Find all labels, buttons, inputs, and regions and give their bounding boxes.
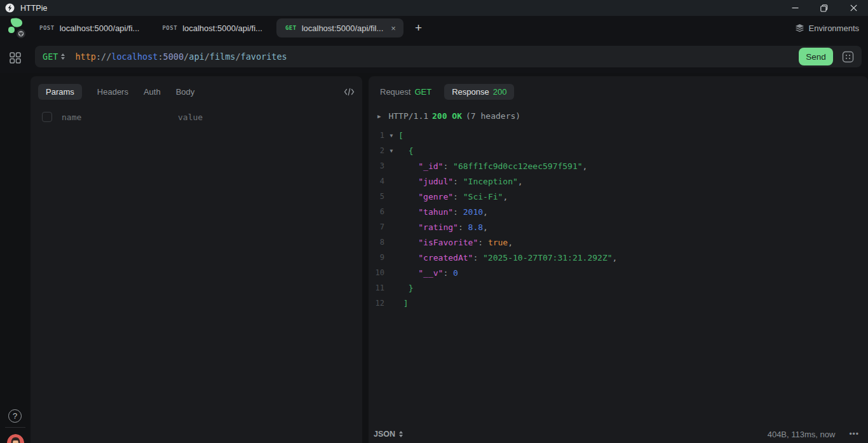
tab-title: localhost:5000/api/fi...	[182, 24, 262, 33]
token-punct: :	[443, 161, 453, 171]
token-key: "tahun"	[418, 207, 453, 217]
url-segment: 5000	[163, 51, 184, 62]
response-status-line[interactable]: ▶ HTTP/1.1 200 OK (7 headers)	[377, 111, 868, 121]
tab-body[interactable]: Body	[176, 84, 195, 100]
environments-label: Environments	[809, 24, 859, 33]
param-checkbox[interactable]	[42, 112, 52, 122]
environments-button[interactable]: Environments	[795, 24, 859, 33]
httpie-logo-icon	[6, 18, 26, 39]
code-line: 3"_id": "68ff1fc9d0cc12eec597f591",	[369, 158, 868, 174]
code-content: "__v": 0	[418, 268, 458, 278]
token-punct: :	[443, 268, 453, 278]
url-segment: favorites	[241, 51, 287, 62]
code-line: 2▼{	[369, 143, 868, 158]
tab-title: localhost:5000/api/fil...	[302, 24, 384, 33]
new-tab-icon[interactable]: +	[409, 21, 428, 35]
method-select[interactable]: GET	[43, 51, 65, 62]
token-key: "judul"	[418, 177, 453, 186]
token-key: "isFavorite"	[418, 238, 478, 247]
maximize-icon[interactable]	[810, 0, 839, 16]
token-bracket: }	[409, 283, 414, 293]
tab-headers[interactable]: Headers	[97, 84, 128, 100]
line-number: 2	[369, 146, 384, 155]
tab-close-icon[interactable]: ×	[391, 24, 396, 32]
code-content: "_id": "68ff1fc9d0cc12eec597f591",	[418, 161, 587, 171]
line-number: 3	[369, 161, 384, 170]
url-input[interactable]: GET http://localhost:5000/api/films/favo…	[35, 46, 862, 67]
code-line: 9"createdAt": "2025-10-27T07:31:21.292Z"…	[369, 250, 868, 265]
token-string: "Inception"	[463, 177, 518, 186]
code-line: 6"tahun": 2010,	[369, 204, 868, 219]
response-tab-status: 200	[493, 87, 507, 97]
token-punct: :	[453, 192, 463, 201]
request-tab-method: GET	[414, 87, 431, 97]
token-string: "Sci-Fi"	[463, 192, 503, 201]
tab-title: localhost:5000/api/fi...	[60, 24, 140, 33]
collapse-caret-icon[interactable]: ▼	[384, 133, 398, 139]
help-icon[interactable]: ?	[8, 409, 22, 423]
token-bracket: {	[409, 146, 414, 156]
collapse-caret-icon[interactable]: ▼	[384, 148, 398, 154]
response-tab-label: Response	[452, 87, 489, 97]
url-segment: /	[235, 51, 240, 62]
code-content: "genre": "Sci-Fi",	[418, 192, 508, 201]
app-logo-icon	[5, 3, 15, 13]
request-tab[interactable]: POSTlocalhost:5000/api/fi...	[153, 18, 271, 37]
tab-response[interactable]: Response 200	[444, 84, 514, 100]
code-snippet-icon[interactable]	[842, 51, 854, 63]
token-bracket: [	[398, 131, 403, 140]
token-punct: ,	[583, 161, 588, 171]
window-title: HTTPie	[20, 4, 47, 13]
status-headers-note: (7 headers)	[466, 111, 520, 121]
code-toggle-icon[interactable]	[344, 88, 355, 96]
left-rail: ?	[0, 73, 31, 443]
request-panel: ParamsHeadersAuthBody	[31, 76, 362, 443]
line-number: 12	[369, 299, 384, 308]
param-row	[42, 112, 355, 122]
url-segment: localhost	[111, 51, 158, 62]
response-panel: Request GET Response 200 ▶ HTTP/1.1 200 …	[369, 76, 868, 443]
minimize-icon[interactable]	[780, 0, 810, 16]
request-tab[interactable]: GETlocalhost:5000/api/fil...×	[276, 18, 403, 37]
grid-icon[interactable]	[10, 52, 21, 64]
more-icon[interactable]: •••	[849, 430, 859, 439]
code-line: 11}	[369, 280, 868, 296]
line-number: 4	[369, 177, 384, 186]
line-number: 1	[369, 131, 384, 140]
format-select[interactable]: JSON	[374, 430, 403, 439]
token-key: "_id"	[418, 161, 443, 171]
close-icon[interactable]	[839, 0, 868, 16]
collapse-caret-icon[interactable]: ▶	[377, 113, 381, 119]
httpie-logo[interactable]	[0, 16, 31, 40]
url-text[interactable]: http://localhost:5000/api/films/favorite…	[75, 51, 287, 62]
code-line: 8"isFavorite": true,	[369, 235, 868, 250]
line-number: 7	[369, 222, 384, 231]
tab-request[interactable]: Request GET	[374, 84, 438, 100]
sort-arrows-icon	[61, 53, 65, 60]
format-label: JSON	[374, 430, 395, 439]
request-tab[interactable]: POSTlocalhost:5000/api/fi...	[31, 18, 148, 37]
avatar[interactable]	[7, 434, 24, 443]
param-name-input[interactable]	[62, 112, 168, 122]
token-punct: ,	[518, 177, 523, 186]
code-line: 5"genre": "Sci-Fi",	[369, 189, 868, 204]
line-number: 6	[369, 207, 384, 216]
token-boolean: true	[488, 238, 508, 247]
code-content: [	[398, 131, 403, 140]
code-content: {	[409, 146, 414, 156]
token-number: 8.8	[468, 222, 483, 232]
token-key: "genre"	[418, 192, 453, 201]
tab-auth[interactable]: Auth	[144, 84, 161, 100]
code-content: "isFavorite": true,	[418, 238, 513, 247]
param-value-input[interactable]	[178, 112, 285, 122]
token-punct: :	[473, 253, 483, 262]
tab-params[interactable]: Params	[38, 84, 82, 100]
token-string: "68ff1fc9d0cc12eec597f591"	[453, 161, 583, 171]
line-number: 8	[369, 238, 384, 247]
response-stats: 404B, 113ms, now	[768, 430, 836, 439]
line-number: 10	[369, 268, 384, 277]
response-panel-tabs: Request GET Response 200	[374, 83, 860, 100]
tab-method-label: POST	[162, 25, 177, 31]
tab-method-label: GET	[285, 25, 297, 31]
send-button[interactable]: Send	[799, 48, 833, 65]
